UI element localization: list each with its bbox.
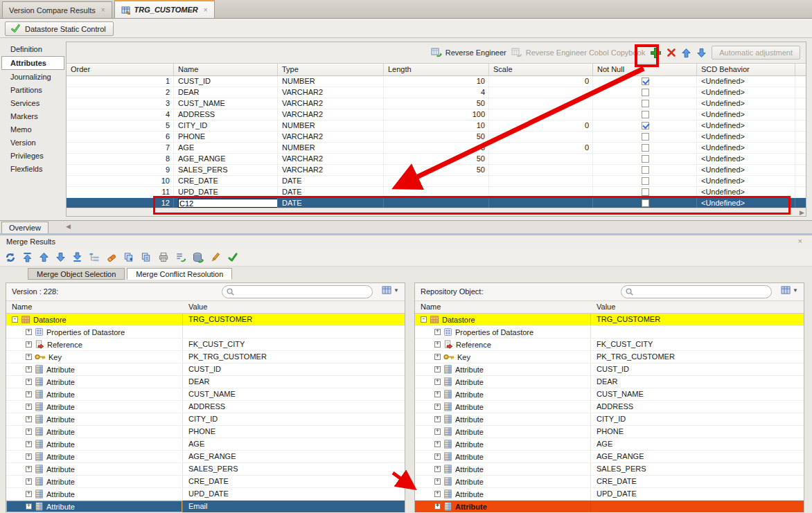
tree-name-cell[interactable]: +Attribute <box>6 413 183 425</box>
order-cell[interactable]: 9 <box>67 165 174 175</box>
tree-name-cell[interactable]: +Attribute <box>415 413 591 425</box>
tree-row-reference[interactable]: +ReferenceFK_CUST_CITY <box>6 339 405 351</box>
not-null-cell[interactable] <box>593 187 697 197</box>
tree-row-attribute[interactable]: +AttributeSALES_PERS <box>6 463 405 476</box>
tree-name-cell[interactable]: +Attribute <box>6 438 183 450</box>
tree-value-cell[interactable]: FK_CUST_CITY <box>591 339 653 350</box>
type-cell[interactable]: DATE <box>278 198 384 208</box>
column-header-length[interactable]: Length <box>384 64 489 75</box>
type-cell[interactable]: VARCHAR2 <box>278 87 384 98</box>
expand-icon[interactable]: + <box>26 341 32 348</box>
not-null-checkbox[interactable] <box>642 155 649 163</box>
tree-row-attribute[interactable]: +AttributeCRE_DATE <box>415 476 804 488</box>
delete-attribute-button[interactable] <box>667 48 676 57</box>
expand-icon[interactable]: + <box>26 391 32 397</box>
order-cell[interactable]: 12 <box>67 198 174 208</box>
move-down-button[interactable] <box>696 48 707 58</box>
name-cell[interactable]: ADDRESS <box>174 109 278 120</box>
tree-value-cell[interactable]: PHONE <box>183 426 215 438</box>
scd-behavior-cell[interactable]: <Undefined> <box>697 143 795 153</box>
tree-value-cell[interactable]: CRE_DATE <box>183 476 229 487</box>
tree-value-cell[interactable]: SALES_PERS <box>591 463 646 475</box>
tree-value-cell[interactable]: TRG_CUSTOMER <box>183 314 252 325</box>
scroll-left-icon[interactable]: ◀ <box>66 223 71 230</box>
order-cell[interactable]: 6 <box>67 132 174 142</box>
tree-name-cell[interactable]: +Reference <box>415 339 591 350</box>
order-cell[interactable]: 11 <box>67 187 174 197</box>
expand-icon[interactable]: + <box>434 404 441 410</box>
go-last-icon[interactable] <box>72 252 82 262</box>
tree-value-cell[interactable] <box>591 501 597 512</box>
tree-value-cell[interactable]: CITY_ID <box>183 413 218 425</box>
edit-pencil-icon[interactable] <box>210 252 221 262</box>
tree-name-cell[interactable]: +Attribute <box>6 451 183 462</box>
column-header-order[interactable]: Order <box>67 64 174 75</box>
expand-icon[interactable]: + <box>434 416 441 422</box>
not-null-checkbox[interactable] <box>642 166 649 174</box>
expand-icon[interactable]: + <box>434 391 441 397</box>
tree-value-cell[interactable]: UPD_DATE <box>591 488 637 500</box>
not-null-checkbox[interactable] <box>642 188 649 196</box>
tree-name-cell[interactable]: +Attribute <box>415 476 591 487</box>
not-null-checkbox[interactable] <box>642 89 649 96</box>
scd-behavior-cell[interactable]: <Undefined> <box>697 165 795 175</box>
sidebar-item-memo[interactable]: Memo <box>1 123 64 136</box>
expand-icon[interactable]: + <box>434 478 441 485</box>
column-header-scd-behavior[interactable]: SCD Behavior <box>697 64 795 75</box>
tree-name-cell[interactable]: +Attribute <box>415 376 591 388</box>
name-cell[interactable]: AGE_RANGE <box>174 154 278 164</box>
collapse-icon[interactable]: - <box>12 316 18 323</box>
automatic-adjustment-button[interactable]: Automatic adjustment <box>712 46 800 60</box>
expand-icon[interactable]: + <box>26 416 32 422</box>
tree-row-attribute[interactable]: +AttributeCUST_ID <box>6 363 405 376</box>
reverse-engineer-button[interactable]: Reverse Engineer <box>431 46 506 59</box>
scd-behavior-cell[interactable]: <Undefined> <box>697 198 795 208</box>
length-cell[interactable] <box>384 198 489 208</box>
tree-value-cell[interactable]: TRG_CUSTOMER <box>591 314 660 325</box>
tree-row-attribute[interactable]: +AttributeCUST_ID <box>415 363 804 376</box>
expand-icon[interactable]: + <box>26 441 32 447</box>
expand-icon[interactable]: + <box>26 354 32 360</box>
name-cell[interactable]: CUST_NAME <box>174 98 278 109</box>
expand-icon[interactable]: + <box>26 491 32 497</box>
tree-value-cell[interactable]: CRE_DATE <box>591 476 637 487</box>
tree-value-cell[interactable] <box>183 326 188 338</box>
scroll-right-icon[interactable]: ▶ <box>800 209 804 216</box>
sidebar-item-definition[interactable]: Definition <box>1 43 64 55</box>
column-value[interactable]: Value <box>591 301 615 313</box>
tree-row-attribute[interactable]: +AttributeAGE <box>6 438 405 451</box>
tree-name-cell[interactable]: +Attribute <box>415 463 591 475</box>
merge-sync-icon[interactable] <box>5 252 16 263</box>
tree-name-cell[interactable]: +Properties of Datastore <box>6 326 183 338</box>
tree-name-cell[interactable]: +Attribute <box>6 488 183 500</box>
type-cell[interactable]: VARCHAR2 <box>278 109 384 120</box>
tree-value-cell[interactable]: CUST_ID <box>183 363 221 375</box>
length-cell[interactable] <box>384 176 489 186</box>
expand-icon[interactable]: + <box>434 354 441 360</box>
not-null-checkbox[interactable] <box>642 177 649 185</box>
scale-cell[interactable] <box>489 87 593 98</box>
tab-merge-conflict-resolution[interactable]: Merge Conflict Resolution <box>127 268 232 280</box>
length-cell[interactable]: 50 <box>384 98 489 109</box>
attribute-row[interactable]: 5CITY_IDNUMBER100<Undefined> <box>67 120 806 132</box>
tree-value-cell[interactable]: SALES_PERS <box>183 463 238 475</box>
tree-row-attribute[interactable]: +AttributeEmail <box>6 501 405 513</box>
scale-cell[interactable]: 0 <box>489 120 593 131</box>
tree-row-attribute[interactable]: +AttributeDEAR <box>415 376 804 388</box>
tree-name-cell[interactable]: -Datastore <box>6 314 183 325</box>
type-cell[interactable]: VARCHAR2 <box>278 154 384 164</box>
tree-row-properties-of-datastore[interactable]: +Properties of Datastore <box>6 326 405 339</box>
expand-icon[interactable]: + <box>434 503 441 510</box>
scd-behavior-cell[interactable]: <Undefined> <box>697 120 795 131</box>
scd-behavior-cell[interactable]: <Undefined> <box>697 98 795 109</box>
scale-cell[interactable] <box>489 198 593 208</box>
search-input[interactable] <box>621 285 772 298</box>
order-cell[interactable]: 10 <box>67 176 174 186</box>
order-cell[interactable]: 1 <box>67 76 174 87</box>
order-cell[interactable]: 3 <box>67 98 174 109</box>
length-cell[interactable]: 50 <box>384 165 489 175</box>
tree-row-attribute[interactable]: +AttributeCUST_NAME <box>415 388 804 401</box>
not-null-cell[interactable] <box>593 198 697 208</box>
sidebar-item-markers[interactable]: Markers <box>1 110 64 123</box>
tab-trg-customer[interactable]: TRG_CUSTOMER × <box>114 0 215 18</box>
